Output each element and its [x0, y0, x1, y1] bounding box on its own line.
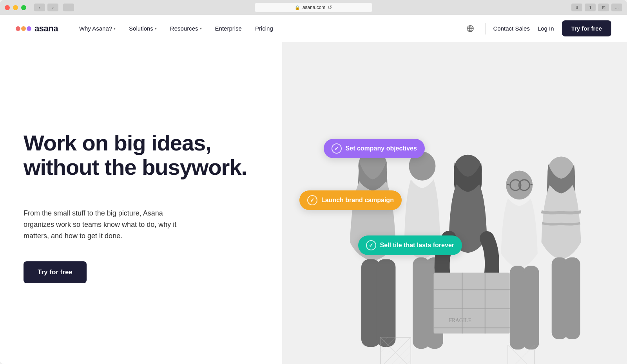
- close-button[interactable]: [5, 5, 10, 10]
- check-icon: ✓: [332, 143, 342, 154]
- try-free-button-nav[interactable]: Try for free: [562, 20, 611, 36]
- fullscreen-button[interactable]: [21, 5, 26, 10]
- svg-rect-20: [564, 257, 580, 339]
- window-controls-right: ⬇ ⬆ ⊡ …: [571, 4, 622, 11]
- hero-section: Work on big ideas, without the busywork.…: [0, 42, 627, 364]
- check-icon: ✓: [366, 240, 376, 250]
- nav-item-resources[interactable]: Resources ▾: [165, 22, 207, 35]
- svg-rect-17: [523, 266, 539, 350]
- share-icon[interactable]: ⬆: [585, 4, 596, 11]
- svg-rect-3: [377, 259, 396, 347]
- svg-rect-21: [434, 273, 510, 333]
- hero-description: From the small stuff to the big picture,…: [24, 208, 180, 241]
- team-photo: FRAGILE: [321, 98, 588, 364]
- nav-item-solutions[interactable]: Solutions ▾: [123, 22, 162, 35]
- task-badge-tile: ✓ Sell tile that lasts forever: [358, 235, 462, 255]
- logo-text: asana: [34, 24, 58, 34]
- chevron-down-icon: ▾: [155, 26, 157, 31]
- nav-links: Why Asana? ▾ Solutions ▾ Resources ▾ Ent…: [74, 22, 279, 35]
- svg-text:FRAGILE: FRAGILE: [449, 317, 471, 323]
- nav-item-pricing[interactable]: Pricing: [250, 22, 279, 35]
- nav-divider: [485, 23, 486, 34]
- lock-icon: 🔒: [295, 5, 300, 10]
- nav-item-why-asana[interactable]: Why Asana? ▾: [74, 22, 121, 35]
- hero-divider: [24, 195, 47, 195]
- chevron-down-icon: ▾: [114, 26, 116, 31]
- hero-right: FRAGILE ✓ Set company objectives ✓: [282, 42, 627, 364]
- check-icon: ✓: [307, 195, 317, 205]
- nav-item-enterprise[interactable]: Enterprise: [210, 22, 247, 35]
- try-free-button-hero[interactable]: Try for free: [24, 261, 87, 283]
- nav-right: Contact Sales Log In Try for free: [463, 20, 611, 36]
- tab-icon[interactable]: ⊡: [598, 4, 609, 11]
- download-icon[interactable]: ⬇: [571, 4, 582, 11]
- more-icon[interactable]: …: [611, 4, 622, 11]
- navbar: asana Why Asana? ▾ Solutions ▾ Resources…: [0, 15, 627, 42]
- contact-sales-link[interactable]: Contact Sales: [493, 25, 530, 32]
- forward-button[interactable]: ›: [47, 4, 58, 11]
- logo-dot-pink: [16, 26, 20, 31]
- back-button[interactable]: ‹: [34, 4, 45, 11]
- url-text: asana.com: [303, 5, 326, 10]
- address-bar[interactable]: 🔒 asana.com ↺: [255, 3, 372, 12]
- language-selector[interactable]: [463, 22, 477, 36]
- reload-icon[interactable]: ↺: [328, 4, 332, 11]
- minimize-button[interactable]: [13, 5, 18, 10]
- sidebar-toggle[interactable]: [63, 4, 74, 11]
- window-chrome: ‹ › 🔒 asana.com ↺ ⬇ ⬆ ⊡ …: [0, 0, 627, 15]
- chevron-down-icon: ▾: [200, 26, 202, 31]
- task-badge-campaign: ✓ Launch brand campaign: [299, 190, 402, 210]
- logo-dot-orange: [21, 26, 26, 31]
- nav-controls: ‹ ›: [34, 4, 74, 11]
- browser-content: asana Why Asana? ▾ Solutions ▾ Resources…: [0, 15, 627, 364]
- traffic-lights: [5, 5, 26, 10]
- login-link[interactable]: Log In: [538, 25, 554, 32]
- hero-left: Work on big ideas, without the busywork.…: [0, 42, 282, 364]
- logo-dot-purple: [27, 26, 31, 31]
- task-badge-objectives: ✓ Set company objectives: [324, 139, 425, 158]
- logo[interactable]: asana: [16, 24, 58, 34]
- logo-dots: [16, 26, 31, 31]
- hero-heading: Work on big ideas, without the busywork.: [24, 131, 259, 179]
